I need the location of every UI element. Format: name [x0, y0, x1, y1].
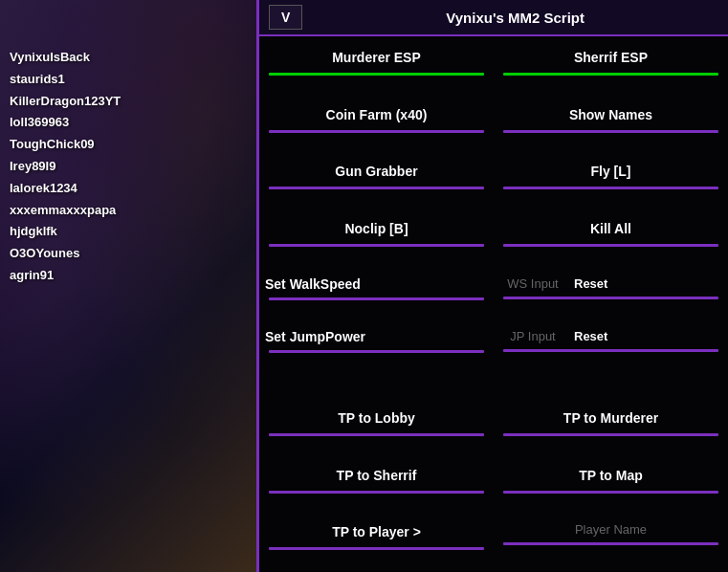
player-name: VynixuIsBack [10, 48, 121, 68]
tp-player-button[interactable]: TP to Player > [265, 517, 488, 547]
walkspeed-label: Set WalkSpeed [265, 271, 488, 297]
game-panel: VynixuIsBack staurids1 KillerDragon123YT… [0, 0, 256, 572]
ws-input-row: Reset [499, 271, 722, 297]
script-panel: V Vynixu's MM2 Script Murderer ESP Sherr… [256, 0, 728, 572]
jp-reset-button[interactable]: Reset [570, 323, 611, 349]
script-title: Vynixu's MM2 Script [312, 10, 718, 26]
jp-input-row: Reset [499, 323, 722, 349]
tp-sherrif-cell: TP to Sherrif [259, 456, 494, 514]
coin-farm-button[interactable]: Coin Farm (x40) [265, 99, 488, 130]
walkspeed-row: Set WalkSpeed [265, 271, 488, 297]
tp-player-cell: TP to Player > [259, 513, 494, 570]
murderer-esp-cell: Murderer ESP [259, 38, 494, 96]
player-name-cell [494, 513, 728, 570]
tp-player-underline [269, 547, 484, 550]
player-name: agrin91 [10, 266, 121, 286]
tp-sherrif-button[interactable]: TP to Sherrif [265, 460, 488, 491]
ws-reset-button[interactable]: Reset [570, 271, 611, 297]
fly-cell: Fly [L] [494, 152, 728, 209]
v-button[interactable]: V [269, 5, 302, 30]
ws-input-underline [503, 297, 718, 299]
player-name: xxxemmaxxxpapa [10, 201, 121, 221]
coin-farm-cell: Coin Farm (x40) [259, 96, 494, 153]
coin-farm-underline [269, 130, 484, 133]
fly-button[interactable]: Fly [L] [499, 156, 722, 187]
fly-underline [503, 187, 718, 189]
tp-murderer-button[interactable]: TP to Murderer [499, 403, 722, 433]
kill-all-cell: Kill All [494, 209, 728, 267]
tp-map-button[interactable]: TP to Map [499, 460, 722, 491]
show-names-cell: Show Names [494, 96, 728, 153]
player-name: O3OYounes [10, 244, 121, 264]
sherrif-esp-underline [503, 73, 718, 76]
noclip-underline [269, 244, 484, 247]
murderer-esp-button[interactable]: Murderer ESP [265, 42, 488, 73]
player-names-list: VynixuIsBack staurids1 KillerDragon123YT… [10, 48, 121, 286]
tp-sherrif-underline [269, 491, 484, 494]
kill-all-button[interactable]: Kill All [499, 213, 722, 244]
ws-input-cell: Reset [494, 267, 728, 320]
player-name: hjdgklfk [10, 222, 121, 242]
tp-map-underline [503, 491, 718, 494]
jumppower-underline [269, 350, 484, 353]
murderer-esp-underline [269, 73, 484, 76]
tp-murderer-underline [503, 433, 718, 436]
player-name: ToughChick09 [10, 135, 121, 155]
gun-grabber-cell: Gun Grabber [259, 152, 494, 209]
ws-input[interactable] [499, 271, 566, 297]
gun-grabber-button[interactable]: Gun Grabber [265, 156, 488, 187]
gun-grabber-underline [269, 187, 484, 189]
sherrif-esp-cell: Sherrif ESP [494, 38, 728, 96]
tp-map-cell: TP to Map [494, 456, 728, 514]
player-name-input[interactable] [499, 517, 722, 542]
show-names-underline [503, 130, 718, 133]
noclip-button[interactable]: Noclip [B] [265, 213, 488, 244]
noclip-cell: Noclip [B] [259, 209, 494, 267]
buttons-grid: Murderer ESP Sherrif ESP Coin Farm (x40)… [259, 36, 728, 572]
jumppower-row: Set JumpPower [265, 323, 488, 350]
player-name: loll369963 [10, 113, 121, 133]
player-name: KillerDragon123YT [10, 92, 121, 112]
walkspeed-underline [269, 297, 484, 300]
jp-input-underline [503, 349, 718, 352]
jp-input-cell: Reset [494, 319, 728, 373]
player-name: lalorek1234 [10, 179, 121, 199]
jumppower-cell: Set JumpPower [259, 319, 494, 373]
sherrif-esp-button[interactable]: Sherrif ESP [499, 42, 722, 73]
player-name: staurids1 [10, 70, 121, 90]
player-name-underline [503, 542, 718, 545]
title-bar: V Vynixu's MM2 Script [259, 0, 728, 36]
show-names-button[interactable]: Show Names [499, 99, 722, 130]
spacer [259, 373, 728, 381]
jp-input[interactable] [499, 323, 566, 349]
tp-lobby-cell: TP to Lobby [259, 399, 494, 456]
tp-lobby-underline [269, 433, 484, 436]
jumppower-label: Set JumpPower [265, 323, 488, 350]
tp-murderer-cell: TP to Murderer [494, 399, 728, 456]
walkspeed-cell: Set WalkSpeed [259, 267, 494, 320]
kill-all-underline [503, 244, 718, 247]
tp-lobby-button[interactable]: TP to Lobby [265, 403, 488, 433]
player-name: Irey89I9 [10, 157, 121, 177]
player-name-row [499, 517, 722, 542]
